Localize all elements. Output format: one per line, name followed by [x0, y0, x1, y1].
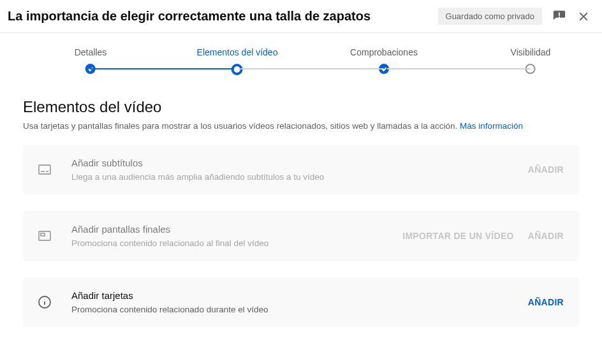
card-subtitle: Llega a una audiencia más amplia añadien… [71, 172, 528, 182]
main-content: Elementos del vídeo Usa tarjetas y panta… [0, 87, 602, 327]
step-dot-current-icon [231, 64, 243, 75]
card-subtitle: Promociona contenido relacionado durante… [71, 305, 528, 314]
save-status-badge: Guardado como privado [438, 8, 542, 25]
card-title: Añadir tarjetas [71, 290, 528, 301]
card-title: Añadir subtítulos [71, 157, 528, 168]
step-visibilidad[interactable]: Visibilidad [511, 47, 551, 74]
stepper-line-1 [91, 68, 234, 69]
feedback-icon[interactable] [552, 10, 566, 24]
svg-rect-4 [41, 233, 45, 236]
more-info-link[interactable]: Más información [460, 121, 523, 131]
add-subtitles-button[interactable]: AÑADIR [528, 164, 564, 175]
svg-rect-0 [39, 165, 50, 174]
card-end-screens: Añadir pantallas finales Promociona cont… [23, 211, 579, 261]
svg-point-7 [44, 299, 45, 300]
stepper-line-2 [240, 68, 384, 69]
add-end-screen-button[interactable]: AÑADIR [528, 231, 564, 241]
step-comprobaciones[interactable]: Comprobaciones [350, 47, 418, 74]
stepper-line-3 [387, 68, 531, 69]
upload-stepper: Detalles Elementos del vídeo Comprobacio… [0, 33, 602, 87]
end-screen-icon [36, 228, 54, 244]
section-subtitle: Usa tarjetas y pantallas finales para mo… [23, 121, 579, 131]
step-elementos[interactable]: Elementos del vídeo [197, 47, 278, 75]
dialog-header: La importancia de elegir correctamente u… [0, 0, 602, 33]
header-actions: Guardado como privado [438, 8, 591, 25]
subtitles-icon [36, 162, 54, 177]
import-from-video-button[interactable]: IMPORTAR DE UN VÍDEO [402, 231, 514, 241]
close-icon[interactable] [576, 10, 591, 24]
card-title: Añadir pantallas finales [71, 224, 402, 235]
section-title: Elementos del vídeo [23, 98, 579, 116]
video-title: La importancia de elegir correctamente u… [8, 9, 371, 24]
info-icon [36, 295, 54, 310]
add-cards-button[interactable]: AÑADIR [528, 297, 564, 307]
step-detalles[interactable]: Detalles [75, 47, 107, 74]
card-subtitle: Promociona contenido relacionado al fina… [71, 238, 402, 248]
card-cards: Añadir tarjetas Promociona contenido rel… [23, 277, 579, 327]
card-subtitles: Añadir subtítulos Llega a una audiencia … [23, 145, 579, 194]
